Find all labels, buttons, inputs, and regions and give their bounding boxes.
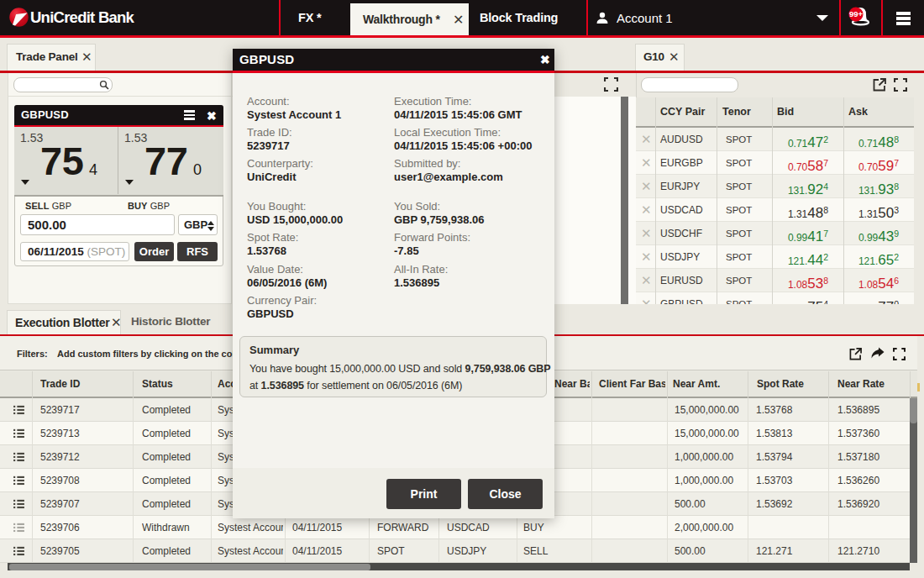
svg-text:99+: 99+ xyxy=(849,9,864,18)
